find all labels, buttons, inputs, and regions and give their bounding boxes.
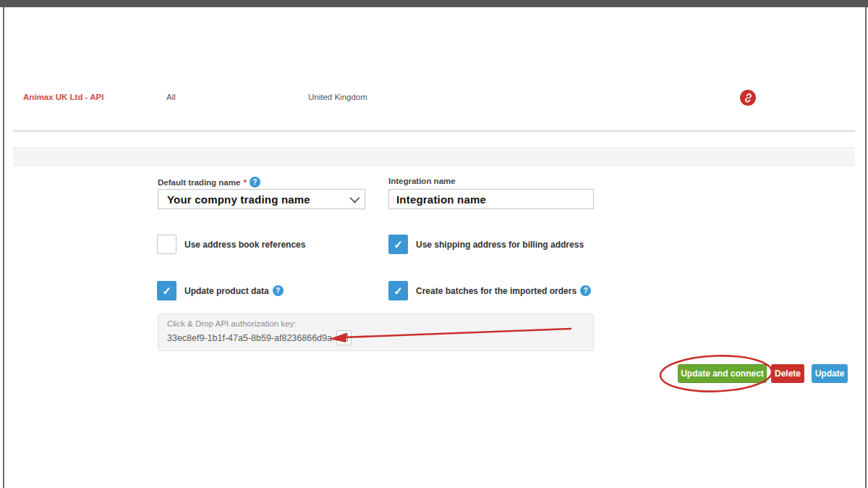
update-and-connect-button[interactable]: Update and connect — [678, 364, 767, 383]
integration-country-cell: United Kingdom — [308, 93, 367, 101]
integration-channel-cell: All — [166, 93, 176, 101]
broken-link-glyph — [744, 93, 753, 103]
api-key-panel: Click & Drop API authorization key: 33ec… — [158, 314, 594, 351]
delete-button[interactable]: Delete — [771, 364, 804, 383]
checkbox-row-shipping-billing: ✓ Use shipping address for billing addre… — [388, 235, 584, 254]
window-frame-right-edge — [865, 7, 867, 488]
address-book-checkbox[interactable]: ✓ — [157, 235, 176, 254]
integration-name-link[interactable]: Animax UK Ltd - API — [23, 93, 103, 101]
checkbox-row-create-batches: ✓ Create batches for the imported orders… — [388, 281, 591, 300]
create-batches-label-text: Create batches for the imported orders — [416, 286, 576, 296]
window-frame-top-bar — [0, 0, 868, 7]
trading-name-help-icon[interactable]: ? — [250, 177, 260, 188]
api-key-label: Click & Drop API authorization key: — [167, 319, 584, 328]
integration-name-label: Integration name — [388, 177, 456, 185]
broken-link-icon[interactable] — [740, 90, 756, 106]
address-book-checkbox-label: Use address book references — [184, 240, 305, 250]
create-batches-help-icon[interactable]: ? — [580, 285, 591, 296]
update-product-data-label-text: Update product data — [184, 286, 269, 296]
chevron-down-icon — [349, 193, 359, 203]
settings-panel-header-band — [13, 147, 855, 166]
update-product-data-help-icon[interactable]: ? — [273, 285, 284, 296]
api-key-value: 33ec8ef9-1b1f-47a5-8b59-af8236866d9a — [167, 333, 332, 343]
selected-trading-name: Your compny trading name — [167, 193, 310, 206]
update-button[interactable]: Update — [812, 364, 848, 383]
create-batches-checkbox[interactable]: ✓ — [388, 281, 408, 300]
update-product-data-checkbox[interactable]: ✓ — [157, 281, 176, 300]
checkbox-row-update-product-data: ✓ Update product data ? — [157, 281, 284, 300]
create-batches-checkbox-label: Create batches for the imported orders ? — [416, 285, 591, 296]
integration-name-label-text: Integration name — [388, 177, 456, 185]
default-trading-name-label-text: Default trading name — [158, 178, 240, 187]
shipping-billing-checkbox-label: Use shipping address for billing address — [416, 240, 584, 250]
click-and-drop-integration-settings-page: Animax UK Ltd - API All United Kingdom D… — [0, 0, 868, 488]
copy-icon — [339, 333, 349, 342]
integration-name-input[interactable] — [388, 189, 594, 209]
copy-api-key-button[interactable] — [336, 330, 352, 345]
default-trading-name-label: Default trading name * ? — [158, 177, 260, 188]
section-divider — [13, 130, 855, 132]
update-product-data-checkbox-label: Update product data ? — [184, 285, 284, 296]
window-frame-left-edge — [3, 7, 4, 488]
default-trading-name-select[interactable]: Your compny trading name — [158, 189, 365, 209]
checkbox-row-address-book: ✓ Use address book references — [157, 235, 305, 254]
shipping-billing-checkbox[interactable]: ✓ — [388, 235, 408, 254]
required-asterisk: * — [243, 178, 246, 187]
